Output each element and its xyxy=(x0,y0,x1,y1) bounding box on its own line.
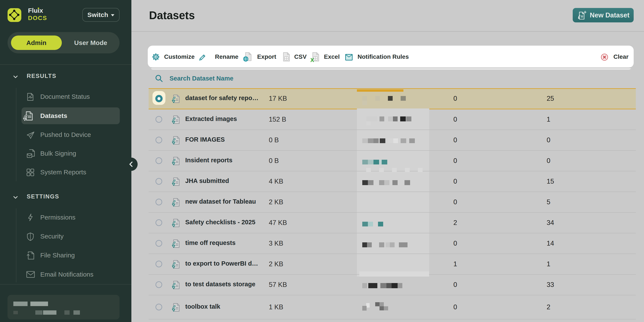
svg-text:X: X xyxy=(310,57,314,62)
